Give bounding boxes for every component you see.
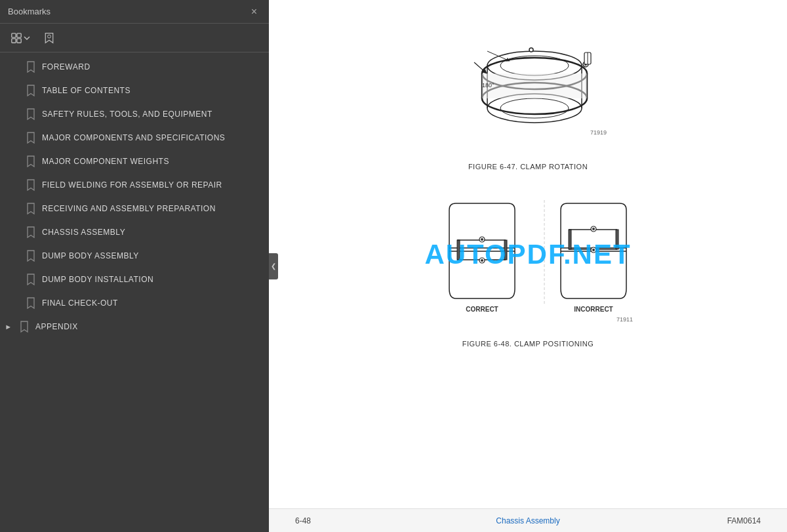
- sidebar-item-label-final: FINAL CHECK-OUT: [42, 298, 261, 308]
- sidebar-item-major-components[interactable]: MAJOR COMPONENTS AND SPECIFICATIONS: [0, 126, 269, 150]
- bookmark-flag-icon-4: [26, 132, 35, 144]
- sidebar-item-receiving[interactable]: RECEIVING AND ASSEMBLY PREPARATION: [0, 197, 269, 220]
- sidebar-header: Bookmarks ×: [0, 0, 269, 24]
- content-area: AUTOPDF.NET: [269, 0, 787, 532]
- sidebar-title: Bookmarks: [8, 7, 50, 16]
- svg-text:INCORRECT: INCORRECT: [574, 306, 613, 313]
- svg-point-37: [481, 238, 483, 241]
- sidebar-item-label-chassis: CHASSIS ASSEMBLY: [42, 228, 261, 237]
- svg-point-55: [592, 249, 595, 251]
- sidebar-item-label-appendix: APPENDIX: [35, 322, 261, 331]
- svg-point-53: [592, 228, 595, 230]
- figure-47-container: 180° 71919 FIGURE 6-4: [344, 13, 712, 171]
- bookmark-flag-icon-2: [26, 85, 35, 96]
- footer-page-number: 6-48: [295, 516, 451, 525]
- svg-rect-33: [504, 240, 507, 260]
- footer-section-title: Chassis Assembly: [451, 516, 606, 525]
- svg-point-18: [529, 48, 533, 52]
- svg-rect-49: [616, 230, 618, 249]
- bookmark-flag-icon-8: [26, 226, 35, 238]
- figure-48-svg-area: CORRECT: [344, 190, 712, 335]
- bookmark-icon: [43, 32, 55, 44]
- sidebar-item-label-foreward: FOREWARD: [42, 62, 261, 72]
- figure-48-svg: CORRECT: [416, 190, 639, 335]
- bookmark-tag-button[interactable]: [39, 30, 59, 47]
- svg-rect-32: [457, 240, 460, 260]
- sidebar-item-toc[interactable]: TABLE OF CONTENTS: [0, 79, 269, 102]
- dropdown-arrow-icon: [24, 36, 30, 40]
- pdf-page: AUTOPDF.NET: [269, 0, 787, 508]
- svg-rect-3: [17, 38, 21, 42]
- svg-text:71911: 71911: [616, 316, 633, 323]
- bookmark-flag-icon-7: [26, 203, 35, 215]
- sidebar-item-chassis[interactable]: CHASSIS ASSEMBLY: [0, 220, 269, 244]
- svg-point-4: [48, 35, 51, 38]
- figure-48-container: CORRECT: [344, 190, 712, 348]
- svg-rect-2: [12, 38, 16, 42]
- bookmark-flag-icon-12: [20, 321, 29, 333]
- footer-document-id: FAM0614: [605, 516, 761, 525]
- sidebar: Bookmarks ×: [0, 0, 269, 532]
- sidebar-collapse-button[interactable]: ❮: [269, 253, 278, 279]
- svg-rect-15: [482, 73, 587, 98]
- bookmark-flag-icon-6: [26, 179, 35, 191]
- sidebar-item-final[interactable]: FINAL CHECK-OUT: [0, 291, 269, 315]
- sidebar-item-label-major-weights: MAJOR COMPONENT WEIGHTS: [42, 157, 261, 166]
- bookmark-flag-icon-9: [26, 250, 35, 262]
- sidebar-item-dump-body[interactable]: DUMP BODY ASSEMBLY: [0, 244, 269, 268]
- sidebar-item-label-dump-body: DUMP BODY ASSEMBLY: [42, 251, 261, 260]
- svg-rect-0: [12, 33, 16, 37]
- sidebar-item-safety[interactable]: SAFETY RULES, TOOLS, AND EQUIPMENT: [0, 102, 269, 126]
- sidebar-item-field-welding[interactable]: FIELD WELDING FOR ASSEMBLY OR REPAIR: [0, 173, 269, 197]
- sidebar-item-label-receiving: RECEIVING AND ASSEMBLY PREPARATION: [42, 204, 261, 213]
- sidebar-wrapper: Bookmarks ×: [0, 0, 269, 532]
- figure-47-svg-area: 180° 71919: [344, 13, 712, 157]
- sidebar-item-label-field-welding: FIELD WELDING FOR ASSEMBLY OR REPAIR: [42, 180, 261, 190]
- page-footer: 6-48 Chassis Assembly FAM0614: [269, 508, 787, 532]
- sidebar-item-label-major-components: MAJOR COMPONENTS AND SPECIFICATIONS: [42, 133, 261, 142]
- sidebar-item-label-dump-install: DUMP BODY INSTALLATION: [42, 275, 261, 284]
- svg-rect-1: [17, 33, 21, 37]
- svg-line-22: [474, 62, 485, 72]
- bookmark-flag-icon: [26, 61, 35, 73]
- figure-47-svg: 180° 71919: [416, 13, 639, 157]
- bookmark-list: FOREWARD TABLE OF CONTENTS SAFETY RULES,…: [0, 52, 269, 532]
- bookmark-flag-icon-5: [26, 155, 35, 167]
- expand-icon: [10, 32, 22, 44]
- bookmark-flag-icon-3: [26, 108, 35, 120]
- svg-point-39: [481, 259, 483, 262]
- svg-text:CORRECT: CORRECT: [466, 306, 498, 313]
- sidebar-item-label-toc: TABLE OF CONTENTS: [42, 86, 261, 95]
- svg-rect-48: [569, 230, 571, 249]
- bookmark-flag-icon-10: [26, 274, 35, 285]
- svg-text:71919: 71919: [590, 129, 607, 136]
- bookmark-flag-icon-11: [26, 297, 35, 309]
- sidebar-item-label-safety: SAFETY RULES, TOOLS, AND EQUIPMENT: [42, 110, 261, 119]
- svg-point-10: [500, 98, 569, 118]
- figure-48-caption: FIGURE 6-48. CLAMP POSITIONING: [462, 340, 594, 348]
- main-container: Bookmarks ×: [0, 0, 787, 532]
- sidebar-item-foreward[interactable]: FOREWARD: [0, 55, 269, 79]
- sidebar-item-appendix[interactable]: ► APPENDIX: [0, 315, 269, 338]
- sidebar-toolbar: [0, 24, 269, 52]
- sidebar-item-major-weights[interactable]: MAJOR COMPONENT WEIGHTS: [0, 150, 269, 173]
- svg-text:180°: 180°: [482, 82, 494, 89]
- expand-arrow-icon: ►: [4, 323, 13, 331]
- close-bookmarks-button[interactable]: ×: [247, 5, 261, 19]
- figure-47-caption: FIGURE 6-47. CLAMP ROTATION: [468, 163, 588, 171]
- expand-all-button[interactable]: [7, 30, 34, 47]
- sidebar-item-dump-install[interactable]: DUMP BODY INSTALLATION: [0, 268, 269, 291]
